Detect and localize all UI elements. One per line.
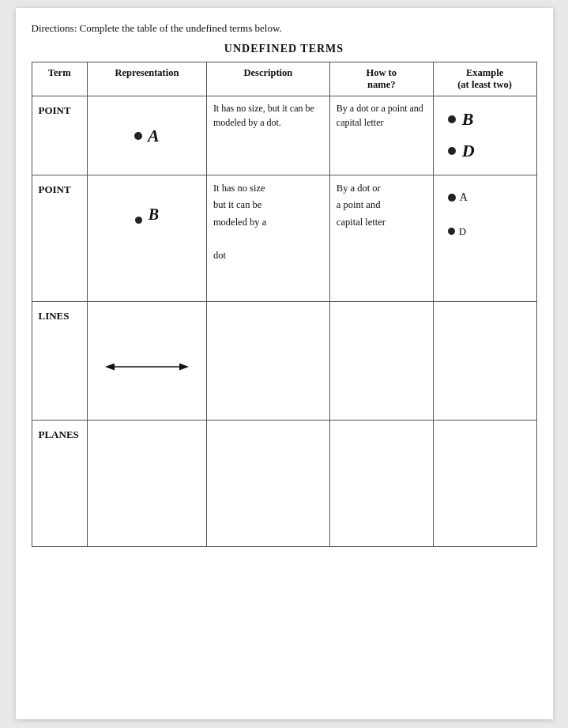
rep-point1: A	[87, 96, 206, 175]
dot-b-icon	[448, 115, 456, 123]
example-label-d: D	[462, 141, 475, 161]
howto-point1: By a dot or a point and capital letter	[329, 96, 433, 175]
desc-planes	[206, 421, 329, 547]
directions-text: Directions: Complete the table of the un…	[32, 22, 537, 35]
table-row: LINES	[32, 302, 536, 421]
desc-point2: It has no sizebut it can bemodeled by ad…	[206, 175, 329, 302]
example2-item-d: D	[448, 223, 466, 240]
example-planes	[433, 421, 536, 547]
undefined-terms-table: Term Representation Description How tona…	[32, 62, 537, 547]
table-title: UNDEFINED TERMS	[32, 43, 537, 55]
example2-label-d: D	[459, 223, 466, 240]
dot-a2-icon	[448, 194, 456, 202]
col-header-example: Example(at least two)	[433, 62, 536, 96]
page: Directions: Complete the table of the un…	[16, 8, 553, 719]
table-row: POINT A It has no size, but it can be mo…	[32, 96, 536, 175]
dot-d-icon	[448, 147, 456, 155]
point2-label-b: B	[149, 206, 159, 224]
col-header-representation: Representation	[87, 62, 206, 96]
example2-label-a: A	[460, 188, 468, 207]
point-label-a: A	[148, 126, 160, 146]
desc-lines	[206, 302, 329, 421]
table-row: POINT B It has no sizebut it can bemodel…	[32, 175, 536, 302]
desc-point1: It has no size, but it can be modeled by…	[206, 96, 329, 175]
example-point2: A D	[433, 175, 536, 302]
rep-planes	[87, 421, 206, 547]
dot-d2-icon	[448, 228, 455, 235]
col-header-description: Description	[206, 62, 329, 96]
table-row: PLANES	[32, 421, 536, 547]
howto-point2: By a dot ora point andcapital letter	[329, 175, 433, 302]
term-point2: POINT	[32, 175, 87, 302]
example-label-b: B	[462, 109, 474, 130]
example-lines	[433, 302, 536, 421]
col-header-term: Term	[32, 62, 87, 96]
term-planes: PLANES	[32, 421, 87, 547]
howto-planes	[329, 421, 433, 547]
example-item-b: B	[448, 109, 474, 130]
example-item-d: D	[448, 141, 475, 161]
rep-lines	[87, 302, 206, 421]
example2-item-a: A	[448, 188, 468, 207]
example-point1: B D	[433, 96, 536, 175]
line-arrow-svg	[96, 349, 198, 381]
rep-point2: B	[87, 175, 206, 302]
dot-icon	[134, 132, 142, 140]
dot-b2-icon	[135, 217, 142, 224]
term-lines: LINES	[32, 302, 87, 421]
term-point1: POINT	[32, 96, 87, 175]
howto-lines	[329, 302, 433, 421]
col-header-how-to-name: How toname?	[329, 62, 433, 96]
